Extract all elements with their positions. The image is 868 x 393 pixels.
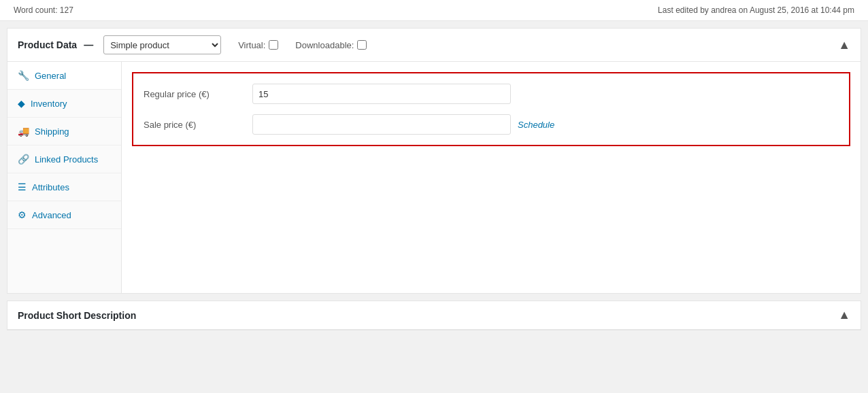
wrench-icon: 🔧 bbox=[18, 70, 29, 81]
sidebar-item-label-attributes: Attributes bbox=[32, 182, 69, 192]
sidebar-item-attributes[interactable]: ☰ Attributes bbox=[7, 173, 121, 201]
product-data-metabox: Product Data — Simple product Grouped pr… bbox=[7, 28, 861, 294]
virtual-checkbox[interactable] bbox=[269, 40, 278, 50]
last-edited-label: Last edited by andrea on August 25, 2016… bbox=[658, 5, 854, 15]
sidebar-item-label-shipping: Shipping bbox=[35, 126, 69, 137]
regular-price-field: Regular price (€) bbox=[144, 84, 839, 104]
product-data-header: Product Data — Simple product Grouped pr… bbox=[7, 29, 861, 62]
shipping-icon: 🚚 bbox=[18, 126, 29, 137]
product-data-title: Product Data bbox=[18, 39, 77, 50]
sidebar-item-label-linked-products: Linked Products bbox=[35, 154, 98, 165]
short-description-toggle[interactable]: ▲ bbox=[838, 308, 850, 322]
downloadable-text: Downloadable: bbox=[295, 40, 354, 50]
word-count-label: Word count: 127 bbox=[14, 5, 73, 15]
advanced-icon: ⚙ bbox=[18, 209, 27, 220]
product-data-nav: 🔧 General ◆ Inventory 🚚 Shipping 🔗 Linke… bbox=[7, 62, 122, 293]
wp-admin-wrap: Word count: 127 Last edited by andrea on… bbox=[0, 0, 868, 393]
regular-price-input[interactable] bbox=[252, 84, 511, 104]
virtual-label[interactable]: Virtual: bbox=[238, 40, 278, 50]
schedule-link[interactable]: Schedule bbox=[518, 120, 554, 130]
downloadable-checkbox[interactable] bbox=[357, 40, 367, 50]
sidebar-item-label-general: General bbox=[35, 71, 66, 81]
general-panel: Regular price (€) Sale price (€) Schedul… bbox=[132, 72, 850, 146]
general-panel-content: Regular price (€) Sale price (€) Schedul… bbox=[122, 62, 861, 293]
virtual-text: Virtual: bbox=[238, 40, 265, 50]
sidebar-item-inventory[interactable]: ◆ Inventory bbox=[7, 90, 121, 118]
sale-price-field: Sale price (€) Schedule bbox=[144, 114, 839, 135]
sidebar-item-advanced[interactable]: ⚙ Advanced bbox=[7, 201, 121, 229]
short-description-header: Product Short Description ▲ bbox=[7, 301, 861, 330]
downloadable-label[interactable]: Downloadable: bbox=[295, 40, 367, 50]
product-type-select[interactable]: Simple product Grouped product External/… bbox=[103, 35, 221, 54]
sale-price-input[interactable] bbox=[252, 114, 511, 135]
sidebar-item-linked-products[interactable]: 🔗 Linked Products bbox=[7, 146, 121, 173]
attributes-icon: ☰ bbox=[18, 182, 27, 192]
link-icon: 🔗 bbox=[18, 154, 29, 165]
product-data-toggle[interactable]: ▲ bbox=[838, 38, 850, 52]
sidebar-item-shipping[interactable]: 🚚 Shipping bbox=[7, 118, 121, 146]
regular-price-label: Regular price (€) bbox=[144, 89, 252, 99]
product-data-dash: — bbox=[84, 39, 93, 50]
sidebar-item-label-inventory: Inventory bbox=[31, 99, 67, 109]
sale-price-label: Sale price (€) bbox=[144, 120, 252, 130]
word-count-bar: Word count: 127 Last edited by andrea on… bbox=[0, 0, 868, 21]
product-data-body: 🔧 General ◆ Inventory 🚚 Shipping 🔗 Linke… bbox=[7, 62, 861, 293]
short-description-title: Product Short Description bbox=[18, 310, 136, 321]
inventory-icon: ◆ bbox=[18, 98, 25, 109]
sidebar-item-label-advanced: Advanced bbox=[32, 210, 71, 220]
sidebar-item-general[interactable]: 🔧 General bbox=[7, 62, 121, 90]
short-description-metabox: Product Short Description ▲ bbox=[7, 301, 861, 330]
